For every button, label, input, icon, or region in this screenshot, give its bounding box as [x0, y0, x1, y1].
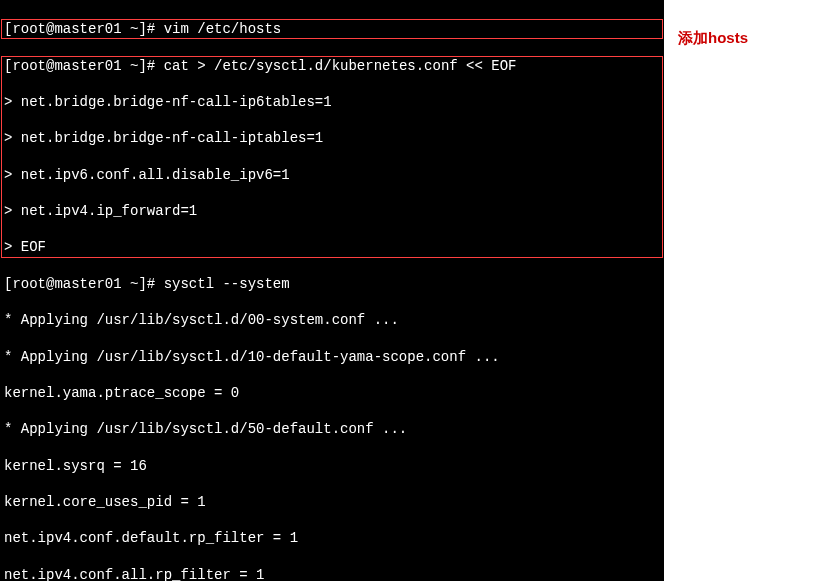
highlight-box-vim: [root@master01 ~]# vim /etc/hosts [1, 19, 663, 39]
terminal-output: net.ipv4.conf.all.rp_filter = 1 [4, 566, 660, 581]
terminal-line: > net.bridge.bridge-nf-call-iptables=1 [4, 129, 660, 147]
highlight-box-heredoc: [root@master01 ~]# cat > /etc/sysctl.d/k… [1, 56, 663, 258]
annotation-label: 添加hosts [678, 28, 748, 48]
terminal-window[interactable]: [root@master01 ~]# vim /etc/hosts [root@… [0, 0, 664, 581]
terminal-line: [root@master01 ~]# sysctl --system [4, 275, 660, 293]
terminal-output: kernel.sysrq = 16 [4, 457, 660, 475]
terminal-output: net.ipv4.conf.default.rp_filter = 1 [4, 529, 660, 547]
shell-prompt: [root@master01 ~]# [4, 58, 164, 74]
shell-prompt: [root@master01 ~]# [4, 276, 164, 292]
command-text: vim /etc/hosts [164, 21, 282, 37]
terminal-line: > net.ipv6.conf.all.disable_ipv6=1 [4, 166, 660, 184]
terminal-output: * Applying /usr/lib/sysctl.d/00-system.c… [4, 311, 660, 329]
terminal-line: > net.bridge.bridge-nf-call-ip6tables=1 [4, 93, 660, 111]
terminal-line: > EOF [4, 238, 660, 256]
terminal-line: [root@master01 ~]# cat > /etc/sysctl.d/k… [4, 57, 660, 75]
shell-prompt: [root@master01 ~]# [4, 21, 164, 37]
command-text: sysctl --system [164, 276, 290, 292]
terminal-output: kernel.core_uses_pid = 1 [4, 493, 660, 511]
terminal-output: * Applying /usr/lib/sysctl.d/50-default.… [4, 420, 660, 438]
terminal-line: > net.ipv4.ip_forward=1 [4, 202, 660, 220]
terminal-line: [root@master01 ~]# vim /etc/hosts [4, 20, 660, 38]
terminal-output: kernel.yama.ptrace_scope = 0 [4, 384, 660, 402]
terminal-output: * Applying /usr/lib/sysctl.d/10-default-… [4, 348, 660, 366]
command-text: cat > /etc/sysctl.d/kubernetes.conf << E… [164, 58, 517, 74]
